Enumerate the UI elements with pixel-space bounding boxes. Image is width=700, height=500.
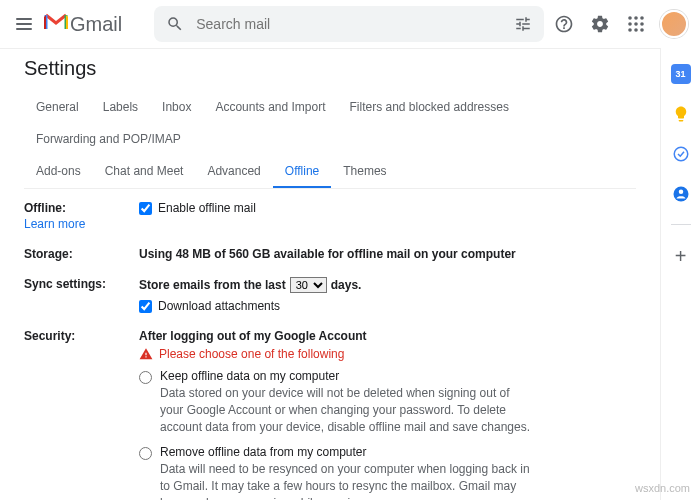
- hamburger-menu-icon[interactable]: [12, 12, 36, 36]
- tab-inbox[interactable]: Inbox: [150, 92, 203, 124]
- storage-label: Storage:: [24, 247, 139, 261]
- remove-data-desc: Data will need to be resynced on your co…: [160, 461, 530, 500]
- keep-data-desc: Data stored on your device will not be d…: [160, 385, 530, 435]
- download-attachments-label: Download attachments: [158, 299, 280, 313]
- calendar-icon[interactable]: 31: [671, 64, 691, 84]
- topbar-right: [552, 10, 688, 38]
- tab-accounts-and-import[interactable]: Accounts and Import: [203, 92, 337, 124]
- enable-offline-input[interactable]: [139, 202, 152, 215]
- keep-data-radio[interactable]: [139, 371, 152, 384]
- apps-grid-icon[interactable]: [624, 12, 648, 36]
- download-attachments-input[interactable]: [139, 300, 152, 313]
- security-warning: Please choose one of the following: [139, 347, 636, 361]
- sync-label: Sync settings:: [24, 277, 139, 291]
- page-title: Settings: [24, 57, 636, 80]
- settings-tabs: GeneralLabelsInboxAccounts and ImportFil…: [24, 92, 636, 189]
- svg-point-6: [628, 28, 632, 32]
- sidepanel-divider: [671, 224, 691, 225]
- security-heading: After logging out of my Google Account: [139, 329, 636, 343]
- tab-offline[interactable]: Offline: [273, 156, 331, 188]
- svg-point-8: [640, 28, 644, 32]
- tune-icon[interactable]: [514, 15, 532, 33]
- tab-advanced[interactable]: Advanced: [195, 156, 272, 188]
- tab-chat-and-meet[interactable]: Chat and Meet: [93, 156, 196, 188]
- tab-add-ons[interactable]: Add-ons: [24, 156, 93, 188]
- gmail-envelope-icon: [44, 13, 68, 31]
- svg-point-4: [634, 22, 638, 26]
- security-row: Security: After logging out of my Google…: [24, 321, 636, 500]
- download-attachments-checkbox[interactable]: Download attachments: [139, 299, 636, 313]
- help-icon[interactable]: [552, 12, 576, 36]
- remove-data-radio[interactable]: [139, 447, 152, 460]
- security-label: Security:: [24, 329, 139, 343]
- tab-forwarding-and-pop-imap[interactable]: Forwarding and POP/IMAP: [24, 124, 193, 156]
- enable-offline-label: Enable offline mail: [158, 201, 256, 215]
- warning-triangle-icon: [139, 347, 153, 361]
- storage-row: Storage: Using 48 MB of 560 GB available…: [24, 239, 636, 269]
- tab-themes[interactable]: Themes: [331, 156, 398, 188]
- svg-point-9: [674, 147, 688, 161]
- warning-text: Please choose one of the following: [159, 347, 344, 361]
- svg-point-3: [628, 22, 632, 26]
- search-input[interactable]: [196, 16, 502, 32]
- avatar[interactable]: [660, 10, 688, 38]
- keep-data-label: Keep offline data on my computer: [160, 369, 530, 383]
- sync-row: Sync settings: Store emails from the las…: [24, 269, 636, 321]
- tab-labels[interactable]: Labels: [91, 92, 150, 124]
- tab-general[interactable]: General: [24, 92, 91, 124]
- remove-data-option[interactable]: Remove offline data from my computer Dat…: [139, 445, 636, 500]
- svg-point-1: [634, 16, 638, 20]
- svg-point-11: [678, 190, 683, 195]
- keep-data-option[interactable]: Keep offline data on my computer Data st…: [139, 369, 636, 435]
- learn-more-link[interactable]: Learn more: [24, 217, 139, 231]
- search-box[interactable]: [154, 6, 544, 42]
- keep-icon[interactable]: [671, 104, 691, 124]
- remove-data-label: Remove offline data from my computer: [160, 445, 530, 459]
- offline-row: Offline: Learn more Enable offline mail: [24, 193, 636, 239]
- topbar: Gmail: [0, 0, 700, 48]
- svg-point-7: [634, 28, 638, 32]
- enable-offline-checkbox[interactable]: Enable offline mail: [139, 201, 636, 215]
- add-addon-icon[interactable]: +: [675, 245, 687, 268]
- search-icon: [166, 15, 184, 33]
- tab-filters-and-blocked-addresses[interactable]: Filters and blocked addresses: [338, 92, 521, 124]
- tasks-icon[interactable]: [671, 144, 691, 164]
- settings-content: Settings GeneralLabelsInboxAccounts and …: [0, 48, 660, 500]
- sync-suffix: days.: [331, 278, 362, 292]
- svg-point-5: [640, 22, 644, 26]
- svg-point-2: [640, 16, 644, 20]
- storage-text: Using 48 MB of 560 GB available for offl…: [139, 247, 636, 261]
- sync-prefix: Store emails from the last: [139, 278, 286, 292]
- sync-days-select[interactable]: 30: [290, 277, 327, 293]
- contacts-icon[interactable]: [671, 184, 691, 204]
- logo-text: Gmail: [70, 13, 122, 36]
- offline-label: Offline:: [24, 201, 66, 215]
- gmail-logo[interactable]: Gmail: [44, 11, 122, 37]
- settings-gear-icon[interactable]: [588, 12, 612, 36]
- watermark: wsxdn.com: [635, 482, 690, 494]
- side-panel: 31 +: [660, 48, 700, 500]
- svg-point-0: [628, 16, 632, 20]
